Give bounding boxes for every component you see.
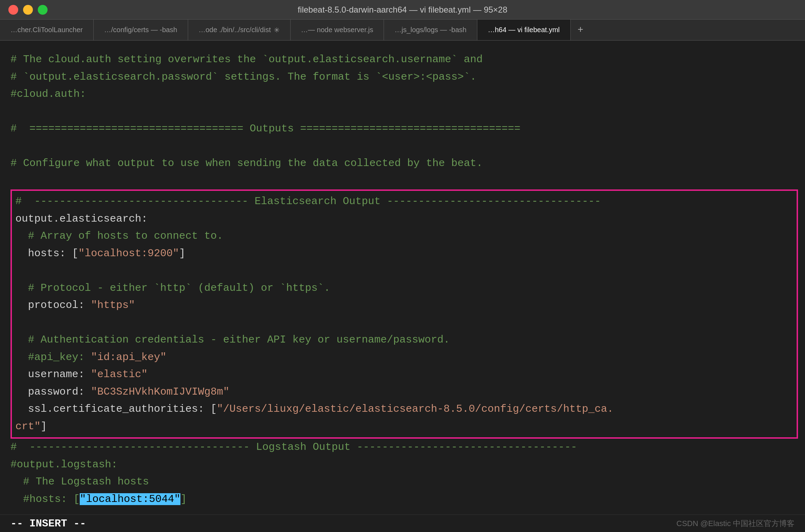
es-line-auth-comment: # Authentication credentials - either AP… [15,331,793,349]
es-line-ssl: ssl.certificate_authorities: ["/Users/li… [15,401,793,418]
code-line-2: # `output.elasticsearch.password` settin… [10,69,805,86]
tab-cli-dist-label: …ode ./bin/../src/cli/dist [199,26,271,34]
window-controls [0,5,48,15]
elasticsearch-section: # ---------------------------------- Ela… [10,189,798,439]
logstash-separator: # ----------------------------------- Lo… [10,439,805,456]
code-line-1: # The cloud.auth setting overwrites the … [10,51,805,69]
close-button[interactable] [8,5,18,15]
spinner-icon: ✳ [274,26,280,34]
es-line-username: username: "elastic" [15,366,793,383]
es-line-hosts: hosts: ["localhost:9200"] [15,245,793,263]
es-line-blank2 [15,314,793,332]
csdn-credit: CSDN @Elastic 中国社区官方博客 [676,518,795,529]
es-line-ssl-cont: crt"] [15,418,793,436]
title-bar: filebeat-8.5.0-darwin-aarch64 — vi fileb… [0,0,805,20]
code-line-5: # ================================== Out… [10,120,805,138]
code-line-8 [10,172,805,190]
tab-logs-bash-label: …js_logs/logs — -bash [394,26,466,34]
editor-content: # The cloud.auth setting overwrites the … [0,41,805,515]
code-line-4 [10,103,805,121]
logstash-output: #output.logstash: [10,456,805,474]
tab-config-certs-label: …/config/certs — -bash [104,26,177,34]
es-line-protocol: protocol: "https" [15,297,793,314]
code-line-3: #cloud.auth: [10,86,805,103]
tab-clitool-label: …cher.CliToolLauncher [10,26,83,34]
tab-logs-bash[interactable]: …js_logs/logs — -bash [384,20,477,40]
tab-filebeat[interactable]: …h64 — vi filebeat.yml [477,20,571,40]
tab-webserver[interactable]: …— node webserver.js [291,20,384,40]
add-tab-button[interactable]: + [571,20,591,40]
vim-mode: -- INSERT -- [10,518,86,530]
es-line-output: output.elasticsearch: [15,210,793,228]
tab-bar: …cher.CliToolLauncher …/config/certs — -… [0,20,805,41]
es-line-separator: # ---------------------------------- Ela… [15,193,793,210]
tab-clitool[interactable]: …cher.CliToolLauncher [0,20,94,40]
es-line-apikey: #api_key: "id:api_key" [15,349,793,366]
minimize-button[interactable] [23,5,33,15]
logstash-hosts-comment: # The Logstash hosts [10,473,805,491]
window-title: filebeat-8.5.0-darwin-aarch64 — vi fileb… [298,5,507,15]
code-line-7: # Configure what output to use when send… [10,155,805,172]
tab-config-certs[interactable]: …/config/certs — -bash [94,20,188,40]
logstash-hosts: #hosts: ["localhost:5044"] [10,491,805,508]
es-line-password: password: "BC3SzHVkhKomIJVIWg8m" [15,383,793,401]
maximize-button[interactable] [38,5,48,15]
status-bar: -- INSERT -- CSDN @Elastic 中国社区官方博客 [0,515,805,532]
code-line-6 [10,138,805,155]
tab-webserver-label: …— node webserver.js [301,26,373,34]
tab-filebeat-label: …h64 — vi filebeat.yml [488,26,560,34]
es-line-blank1 [15,262,793,280]
es-line-array-comment: # Array of hosts to connect to. [15,228,793,245]
tab-cli-dist[interactable]: …ode ./bin/../src/cli/dist ✳ [188,20,291,40]
es-line-protocol-comment: # Protocol - either `http` (default) or … [15,280,793,297]
